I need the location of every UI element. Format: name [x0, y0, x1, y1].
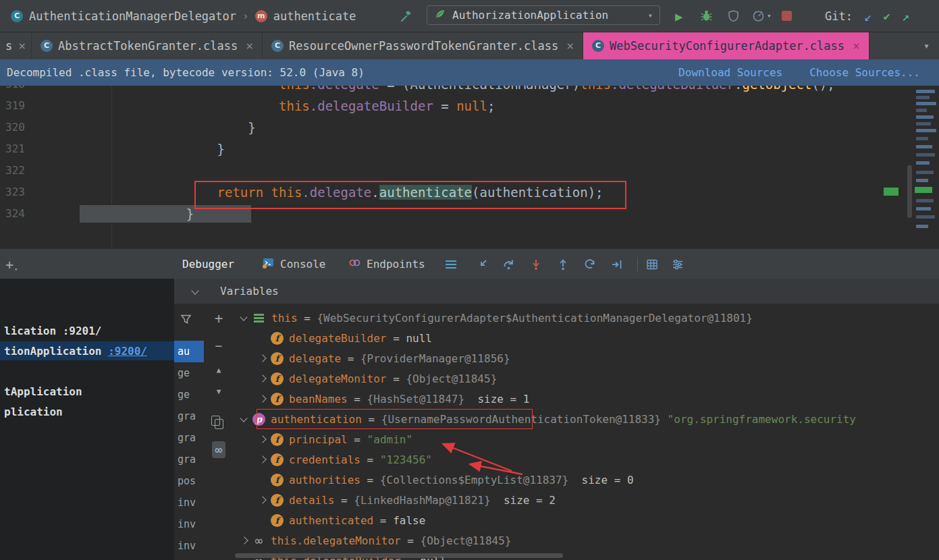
class-file-icon: C [41, 40, 53, 52]
code-line: 319 this.delegateBuilder = null; [0, 95, 939, 117]
vcs-update-icon[interactable]: ↙ [864, 9, 871, 24]
run-to-cursor-icon[interactable] [610, 249, 624, 279]
variable-row-delegatebuilder[interactable]: fdelegateBuilder = null [234, 328, 939, 348]
filter-funnel-icon[interactable] [180, 314, 192, 327]
chevron-right-icon[interactable] [256, 432, 269, 446]
minimap[interactable] [913, 86, 939, 248]
variable-row-beannames[interactable]: fbeanNames = {HashSet@11847} size = 1 [234, 389, 939, 409]
chevron-down-icon[interactable] [238, 311, 251, 325]
reset-frame-icon[interactable] [583, 249, 597, 279]
debug-toolbar: +▾ Debugger Console Endpoints [0, 248, 939, 279]
variable-row-credentials[interactable]: fcredentials = "123456" [234, 449, 939, 470]
add-service-button[interactable]: +▾ [5, 249, 18, 279]
variable-row-delegate[interactable]: fdelegate = {ProviderManager@11856} [234, 348, 939, 368]
horizontal-scrollbar[interactable] [235, 553, 563, 558]
chevron-right-icon[interactable] [238, 534, 251, 547]
step-over-icon[interactable] [502, 249, 516, 279]
run-with-coverage-icon[interactable] [727, 0, 740, 32]
chevron-right-icon[interactable] [256, 372, 269, 385]
variable-row-details[interactable]: fdetails = {LinkedHashMap@11821} size = … [234, 490, 939, 510]
close-icon[interactable]: × [246, 38, 253, 53]
variable-row-delegatemonitor[interactable]: fdelegateMonitor = {Object@11845} [234, 368, 939, 389]
frame-item[interactable]: inv [174, 513, 204, 535]
breadcrumb-class[interactable]: AuthenticationManagerDelegator [29, 9, 236, 23]
frame-item[interactable]: inv [174, 535, 204, 557]
watch-row-delegatemonitor[interactable]: ∞this.delegateMonitor = {Object@11845} [234, 530, 939, 551]
profiler-icon[interactable]: ▾ [752, 0, 772, 32]
frames-list: au ge ge gra gra gra pos inv inv inv [174, 341, 204, 557]
tab-debugger[interactable]: Debugger [182, 249, 234, 279]
frame-item[interactable]: gra [174, 405, 204, 427]
choose-sources-link[interactable]: Choose Sources... [809, 66, 920, 79]
code-line: 324 } [0, 203, 939, 225]
tab-endpoints[interactable]: Endpoints [348, 249, 425, 279]
debug-button[interactable] [700, 0, 713, 32]
chevron-right-icon[interactable] [256, 493, 269, 507]
watches-toolbar: + − ▲ ▼ ∞ [204, 304, 234, 560]
frame-item[interactable]: gra [174, 449, 204, 470]
tab-abstract-token-granter[interactable]: C AbstractTokenGranter.class × [32, 32, 263, 59]
code-line: 322 [0, 160, 939, 181]
breadcrumb-method[interactable]: authenticate [273, 9, 356, 23]
line-number: 318 [0, 86, 155, 95]
step-out-icon[interactable] [556, 249, 570, 279]
view-as-table-icon[interactable] [645, 249, 659, 279]
service-row[interactable]: plication [0, 402, 174, 421]
download-sources-link[interactable]: Download Sources [678, 66, 782, 79]
service-row-selected[interactable]: tionApplication :9200/ [0, 341, 174, 360]
code-editor[interactable]: 318 this.delegate = (AuthenticationManag… [0, 86, 939, 248]
chevron-down-icon[interactable] [238, 412, 251, 426]
move-up-button[interactable]: ▲ [204, 366, 234, 374]
service-url-link[interactable]: :9200/ [108, 345, 147, 358]
variable-row-this[interactable]: this = {WebSecurityConfigurerAdapter$Aut… [234, 308, 939, 328]
tab-partial[interactable]: s × [0, 32, 32, 59]
frame-item[interactable]: gra [174, 427, 204, 449]
frames-panel: au ge ge gra gra gra pos inv inv inv [174, 304, 204, 560]
toolbar-separator [637, 257, 638, 271]
tab-web-security-configurer-adapter[interactable]: C WebSecurityConfigurerAdapter.class × [583, 32, 869, 59]
frame-item[interactable]: inv [174, 492, 204, 513]
chevron-right-icon[interactable] [256, 392, 269, 405]
close-icon[interactable]: × [853, 38, 860, 53]
layout-settings-icon[interactable] [671, 249, 685, 279]
vcs-commit-icon[interactable]: ✔ [883, 9, 890, 23]
chevron-down-icon[interactable]: ▾ [767, 11, 772, 20]
run-config-selector[interactable]: AuthorizationApplication ▾ [427, 5, 660, 25]
chevron-right-icon[interactable] [256, 352, 269, 365]
line-number: 321 [0, 138, 155, 160]
variable-row-authentication[interactable]: pauthentication = {UsernamePasswordAuthe… [234, 409, 939, 429]
tab-console[interactable]: Console [262, 249, 325, 279]
add-watch-button[interactable]: + [204, 310, 234, 327]
variable-row-principal[interactable]: fprincipal = "admin" [234, 429, 939, 449]
line-number: 323 [0, 181, 155, 203]
service-row[interactable]: tApplication [0, 382, 174, 401]
git-label: Git: [825, 9, 853, 23]
frame-item[interactable]: au [174, 341, 204, 362]
close-icon[interactable]: × [18, 38, 26, 53]
frame-item[interactable]: pos [174, 470, 204, 492]
frame-item[interactable]: ge [174, 362, 204, 384]
duplicate-watch-button[interactable] [204, 416, 234, 429]
build-hammer-icon[interactable] [400, 0, 413, 32]
chevron-down-icon: ▾ [648, 11, 653, 20]
stop-button[interactable] [782, 0, 792, 32]
frame-item[interactable]: ge [174, 384, 204, 405]
collapse-chevron-icon[interactable] [189, 285, 203, 298]
move-down-button[interactable]: ▼ [204, 387, 234, 396]
vcs-push-icon[interactable]: ↗ [902, 9, 909, 24]
force-step-into-icon[interactable] [529, 249, 543, 279]
variable-row-authenticated[interactable]: fauthenticated = false [234, 510, 939, 530]
field-icon: f [271, 453, 284, 466]
hidden-tabs-chevron-icon[interactable]: ▾ [923, 40, 930, 52]
remove-watch-button[interactable]: − [204, 339, 234, 353]
show-watches-toggle[interactable]: ∞ [204, 441, 234, 458]
chevron-right-icon[interactable] [256, 453, 269, 466]
variable-row-authorities[interactable]: fauthorities = {Collections$EmptyList@11… [234, 470, 939, 490]
tab-resource-owner-password-token-granter[interactable]: C ResourceOwnerPasswordTokenGranter.clas… [263, 32, 583, 59]
show-execution-point-icon[interactable] [475, 249, 489, 279]
layout-menu-icon[interactable] [444, 249, 458, 279]
editor-scrollbar[interactable] [907, 165, 912, 218]
run-button[interactable]: ▶ [675, 0, 682, 32]
close-icon[interactable]: × [566, 38, 574, 53]
service-row[interactable]: lication :9201/ [0, 321, 174, 340]
